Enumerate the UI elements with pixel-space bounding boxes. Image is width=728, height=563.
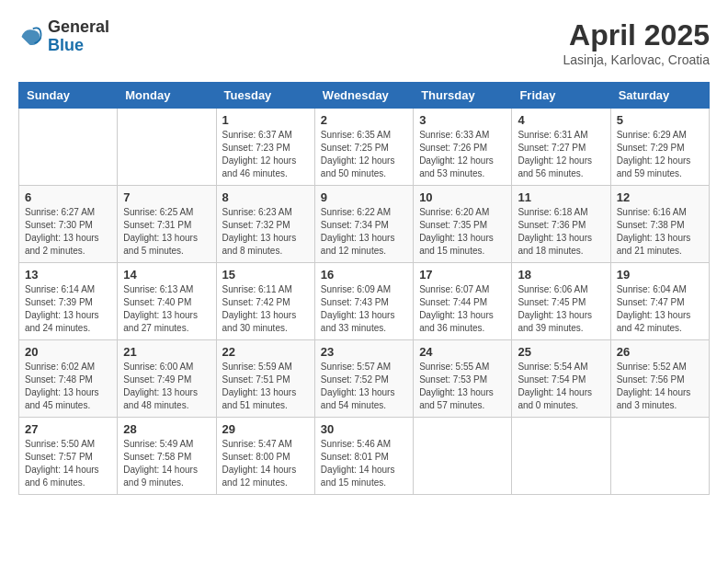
day-number: 4 <box>518 113 604 127</box>
calendar-cell: 2Sunrise: 6:35 AM Sunset: 7:25 PM Daylig… <box>314 109 413 186</box>
day-info: Sunrise: 6:22 AM Sunset: 7:34 PM Dayligh… <box>321 206 407 258</box>
day-info: Sunrise: 6:35 AM Sunset: 7:25 PM Dayligh… <box>321 129 407 180</box>
logo-blue: Blue <box>48 37 109 55</box>
day-info: Sunrise: 6:37 AM Sunset: 7:23 PM Dayligh… <box>222 129 309 180</box>
calendar-cell: 3Sunrise: 6:33 AM Sunset: 7:26 PM Daylig… <box>414 109 512 186</box>
day-info: Sunrise: 6:11 AM Sunset: 7:42 PM Dayligh… <box>222 283 309 335</box>
day-info: Sunrise: 6:06 AM Sunset: 7:45 PM Dayligh… <box>518 283 604 335</box>
day-info: Sunrise: 5:46 AM Sunset: 8:01 PM Dayligh… <box>321 438 407 489</box>
day-info: Sunrise: 6:02 AM Sunset: 7:48 PM Dayligh… <box>25 361 111 412</box>
calendar-cell: 29Sunrise: 5:47 AM Sunset: 8:00 PM Dayli… <box>216 418 314 495</box>
day-number: 21 <box>123 345 210 359</box>
day-number: 18 <box>518 268 604 282</box>
day-number: 8 <box>222 190 309 204</box>
day-info: Sunrise: 6:07 AM Sunset: 7:44 PM Dayligh… <box>419 283 506 335</box>
day-number: 14 <box>123 268 210 282</box>
day-info: Sunrise: 6:29 AM Sunset: 7:29 PM Dayligh… <box>617 129 703 180</box>
calendar-cell <box>19 109 118 186</box>
day-number: 10 <box>419 190 506 204</box>
header-row: SundayMondayTuesdayWednesdayThursdayFrid… <box>19 83 710 109</box>
day-info: Sunrise: 5:59 AM Sunset: 7:51 PM Dayligh… <box>222 361 309 412</box>
day-info: Sunrise: 6:00 AM Sunset: 7:49 PM Dayligh… <box>123 361 210 412</box>
calendar-header: SundayMondayTuesdayWednesdayThursdayFrid… <box>19 83 710 109</box>
day-info: Sunrise: 5:49 AM Sunset: 7:58 PM Dayligh… <box>123 438 210 489</box>
day-info: Sunrise: 5:55 AM Sunset: 7:53 PM Dayligh… <box>419 361 506 412</box>
header-sunday: Sunday <box>19 83 118 109</box>
week-row-4: 20Sunrise: 6:02 AM Sunset: 7:48 PM Dayli… <box>19 340 710 418</box>
day-info: Sunrise: 6:16 AM Sunset: 7:38 PM Dayligh… <box>617 206 703 258</box>
calendar-cell: 19Sunrise: 6:04 AM Sunset: 7:47 PM Dayli… <box>610 263 709 340</box>
calendar-table: SundayMondayTuesdayWednesdayThursdayFrid… <box>18 82 710 495</box>
day-number: 26 <box>617 345 703 359</box>
day-number: 5 <box>617 113 703 127</box>
day-info: Sunrise: 6:13 AM Sunset: 7:40 PM Dayligh… <box>123 283 210 335</box>
day-info: Sunrise: 5:52 AM Sunset: 7:56 PM Dayligh… <box>617 361 703 412</box>
calendar-cell: 8Sunrise: 6:23 AM Sunset: 7:32 PM Daylig… <box>216 186 314 263</box>
header-saturday: Saturday <box>610 83 709 109</box>
calendar-cell <box>610 418 709 495</box>
calendar-cell: 6Sunrise: 6:27 AM Sunset: 7:30 PM Daylig… <box>19 186 118 263</box>
day-number: 29 <box>222 422 309 436</box>
calendar-cell: 12Sunrise: 6:16 AM Sunset: 7:38 PM Dayli… <box>610 186 709 263</box>
day-number: 17 <box>419 268 506 282</box>
calendar-cell: 20Sunrise: 6:02 AM Sunset: 7:48 PM Dayli… <box>19 340 118 418</box>
day-number: 23 <box>321 345 407 359</box>
logo: General Blue <box>18 18 109 55</box>
day-number: 25 <box>518 345 604 359</box>
header-thursday: Thursday <box>414 83 512 109</box>
header-tuesday: Tuesday <box>216 83 314 109</box>
day-number: 28 <box>123 422 210 436</box>
day-info: Sunrise: 5:47 AM Sunset: 8:00 PM Dayligh… <box>222 438 309 489</box>
day-number: 19 <box>617 268 703 282</box>
day-number: 3 <box>419 113 506 127</box>
day-number: 15 <box>222 268 309 282</box>
day-number: 20 <box>25 345 111 359</box>
title-block: April 2025 Lasinja, Karlovac, Croatia <box>563 18 710 67</box>
calendar-cell: 24Sunrise: 5:55 AM Sunset: 7:53 PM Dayli… <box>414 340 512 418</box>
calendar-cell: 28Sunrise: 5:49 AM Sunset: 7:58 PM Dayli… <box>118 418 216 495</box>
week-row-1: 1Sunrise: 6:37 AM Sunset: 7:23 PM Daylig… <box>19 109 710 186</box>
page-header: General Blue April 2025 Lasinja, Karlova… <box>18 18 710 67</box>
day-number: 12 <box>617 190 703 204</box>
week-row-5: 27Sunrise: 5:50 AM Sunset: 7:57 PM Dayli… <box>19 418 710 495</box>
logo-general: General <box>48 18 109 37</box>
day-number: 24 <box>419 345 506 359</box>
day-info: Sunrise: 6:25 AM Sunset: 7:31 PM Dayligh… <box>123 206 210 258</box>
calendar-cell: 13Sunrise: 6:14 AM Sunset: 7:39 PM Dayli… <box>19 263 118 340</box>
day-info: Sunrise: 6:31 AM Sunset: 7:27 PM Dayligh… <box>518 129 604 180</box>
calendar-cell: 5Sunrise: 6:29 AM Sunset: 7:29 PM Daylig… <box>610 109 709 186</box>
calendar-subtitle: Lasinja, Karlovac, Croatia <box>563 52 710 67</box>
calendar-cell: 4Sunrise: 6:31 AM Sunset: 7:27 PM Daylig… <box>512 109 610 186</box>
calendar-cell: 16Sunrise: 6:09 AM Sunset: 7:43 PM Dayli… <box>314 263 413 340</box>
logo-icon <box>18 24 44 50</box>
day-info: Sunrise: 6:23 AM Sunset: 7:32 PM Dayligh… <box>222 206 309 258</box>
calendar-cell: 15Sunrise: 6:11 AM Sunset: 7:42 PM Dayli… <box>216 263 314 340</box>
calendar-cell <box>118 109 216 186</box>
header-monday: Monday <box>118 83 216 109</box>
day-info: Sunrise: 6:04 AM Sunset: 7:47 PM Dayligh… <box>617 283 703 335</box>
day-number: 7 <box>123 190 210 204</box>
day-info: Sunrise: 5:57 AM Sunset: 7:52 PM Dayligh… <box>321 361 407 412</box>
calendar-cell: 25Sunrise: 5:54 AM Sunset: 7:54 PM Dayli… <box>512 340 610 418</box>
calendar-cell: 23Sunrise: 5:57 AM Sunset: 7:52 PM Dayli… <box>314 340 413 418</box>
calendar-cell: 11Sunrise: 6:18 AM Sunset: 7:36 PM Dayli… <box>512 186 610 263</box>
day-info: Sunrise: 5:50 AM Sunset: 7:57 PM Dayligh… <box>25 438 111 489</box>
week-row-2: 6Sunrise: 6:27 AM Sunset: 7:30 PM Daylig… <box>19 186 710 263</box>
day-number: 11 <box>518 190 604 204</box>
calendar-cell: 30Sunrise: 5:46 AM Sunset: 8:01 PM Dayli… <box>314 418 413 495</box>
day-info: Sunrise: 6:14 AM Sunset: 7:39 PM Dayligh… <box>25 283 111 335</box>
calendar-cell: 10Sunrise: 6:20 AM Sunset: 7:35 PM Dayli… <box>414 186 512 263</box>
day-number: 2 <box>321 113 407 127</box>
calendar-cell: 7Sunrise: 6:25 AM Sunset: 7:31 PM Daylig… <box>118 186 216 263</box>
day-number: 16 <box>321 268 407 282</box>
day-number: 6 <box>25 190 111 204</box>
calendar-cell: 9Sunrise: 6:22 AM Sunset: 7:34 PM Daylig… <box>314 186 413 263</box>
day-info: Sunrise: 6:33 AM Sunset: 7:26 PM Dayligh… <box>419 129 506 180</box>
day-info: Sunrise: 6:18 AM Sunset: 7:36 PM Dayligh… <box>518 206 604 258</box>
calendar-cell: 27Sunrise: 5:50 AM Sunset: 7:57 PM Dayli… <box>19 418 118 495</box>
calendar-cell <box>414 418 512 495</box>
day-info: Sunrise: 6:27 AM Sunset: 7:30 PM Dayligh… <box>25 206 111 258</box>
header-wednesday: Wednesday <box>314 83 413 109</box>
calendar-cell: 21Sunrise: 6:00 AM Sunset: 7:49 PM Dayli… <box>118 340 216 418</box>
day-info: Sunrise: 5:54 AM Sunset: 7:54 PM Dayligh… <box>518 361 604 412</box>
